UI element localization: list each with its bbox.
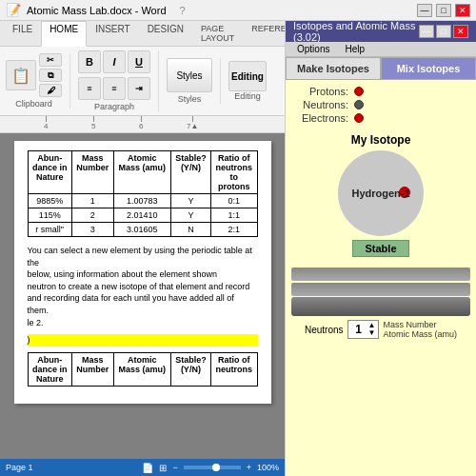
document-page: Abun-dance inNature MassNumber AtomicMas…	[14, 141, 271, 404]
table-row: r small" 3 3.01605 N 2:1	[28, 223, 257, 237]
neutrons-input-label: Neutrons	[305, 325, 344, 335]
mass-info: Mass Number Atomic Mass (amu)	[383, 320, 457, 339]
doc-highlight: )	[28, 334, 258, 347]
col-atomic-mass: AtomicMass (amu)	[113, 151, 170, 194]
paragraph-label: Paragraph	[94, 102, 134, 111]
tab-references[interactable]: REFERENCES	[243, 21, 286, 46]
clipboard-label: Clipboard	[15, 99, 52, 109]
page-info: Page 1	[6, 463, 33, 472]
neutron-count: 1	[351, 323, 367, 336]
styles-group-label: Styles	[178, 94, 202, 104]
col2-stable: Stable?(Y/N)	[170, 352, 210, 386]
atomic-mass-label: Atomic Mass (amu)	[383, 329, 457, 339]
bold-button[interactable]: B	[78, 50, 101, 73]
isotopes-title: Isotopes and Atomic Mass (3.02)	[293, 21, 419, 43]
italic-button[interactable]: I	[103, 50, 126, 73]
col2-mass-number: MassNumber	[71, 352, 113, 386]
electrons-row: Electrons:	[291, 112, 470, 124]
ribbon-content: 📋 ✂ ⧉ 🖌 Clipboard B I U	[0, 47, 285, 115]
neutron-input-row: Neutrons 1 ▲ ▼ Mass Number Atomic Mass (…	[305, 320, 457, 339]
zoom-percent: 100%	[257, 463, 279, 472]
neutrons-shelf	[291, 267, 470, 316]
protons-label: Protons:	[291, 86, 348, 97]
isotopes-minimize[interactable]: —	[419, 25, 434, 38]
col-abundance: Abun-dance inNature	[28, 151, 71, 194]
ribbon-tabs: FILE HOME INSERT DESIGN PAGE LAYOUT REFE…	[0, 21, 285, 47]
help-icon[interactable]: ?	[180, 5, 186, 16]
ribbon-group-font: B I U ≡ ≡ ⇥ Paragraph	[78, 50, 159, 111]
app-icon: 📝	[6, 3, 21, 17]
tab-page-layout[interactable]: PAGE LAYOUT	[192, 21, 243, 46]
isotopes-content: Protons: Neutrons: Electrons: My Isotope…	[286, 80, 476, 476]
shelf-1	[291, 268, 470, 281]
col-ratio: Ratio ofneutronstoprotons	[210, 151, 257, 194]
indent-button[interactable]: ⇥	[128, 77, 150, 100]
cut-button[interactable]: ✂	[39, 53, 62, 67]
neutron-decrement[interactable]: ▼	[368, 329, 376, 337]
align-left-button[interactable]: ≡	[78, 77, 101, 100]
menu-help[interactable]: Help	[337, 43, 372, 55]
isotopes-tabs: Make Isotopes Mix Isotopes	[286, 57, 476, 80]
shelf-base	[291, 297, 470, 316]
ribbon-group-editing: Editing Editing	[228, 61, 267, 101]
word-status-bar: Page 1 📄 ⊞ − + 100%	[0, 459, 285, 476]
isotopes-titlebar: Isotopes and Atomic Mass (3.02) — □ ✕	[286, 21, 476, 42]
isotopes-menu: Options Help	[286, 42, 476, 57]
layout-icon[interactable]: ⊞	[159, 463, 167, 473]
ribbon-group-clipboard: 📋 ✂ ⧉ 🖌 Clipboard	[6, 53, 70, 109]
atom-element-name: Hydrogen-1	[351, 188, 409, 199]
my-isotope-section: My Isotope Hydrogen-1 Stable Neutrons	[291, 133, 470, 470]
neutron-dot	[354, 100, 364, 109]
tab-insert[interactable]: INSERT	[87, 21, 139, 46]
tab-design[interactable]: DESIGN	[139, 21, 192, 46]
isotopes-table-2: Abun-dance inNature MassNumber AtomicMas…	[28, 352, 258, 387]
tab-home[interactable]: HOME	[41, 21, 87, 47]
ruler: 4 5 6 7▲	[0, 116, 285, 133]
electron-dot	[354, 113, 364, 123]
tab-make-isotopes[interactable]: Make Isotopes	[286, 57, 381, 80]
table-row: 9885% 1 1.00783 Y 0:1	[28, 194, 257, 208]
tab-file[interactable]: FILE	[4, 21, 41, 46]
styles-label: Styles	[176, 70, 202, 81]
underline-button[interactable]: U	[128, 50, 150, 73]
editing-button[interactable]: Editing	[228, 61, 267, 91]
isotopes-panel: Isotopes and Atomic Mass (3.02) — □ ✕ Op…	[286, 21, 476, 476]
neutrons-label: Neutrons:	[291, 99, 348, 110]
window-title: Atomic Mass Lab.docx - Word	[27, 5, 167, 16]
neutrons-row: Neutrons:	[291, 99, 470, 110]
paste-button[interactable]: 📋	[6, 60, 36, 90]
word-panel: FILE HOME INSERT DESIGN PAGE LAYOUT REFE…	[0, 21, 286, 476]
col2-atomic-mass: AtomicMass (amu)	[113, 352, 170, 386]
proton-dot	[354, 87, 364, 96]
editing-label: Editing	[234, 91, 261, 101]
protons-row: Protons:	[291, 86, 470, 97]
format-painter-button[interactable]: 🖌	[39, 84, 62, 97]
zoom-slider[interactable]	[184, 466, 241, 469]
zoom-out-icon[interactable]: −	[172, 463, 177, 472]
tab-mix-isotopes[interactable]: Mix Isotopes	[381, 57, 476, 80]
atom-visual: Hydrogen-1	[338, 150, 424, 236]
minimize-button[interactable]: —	[417, 4, 432, 17]
ribbon-group-styles: Styles Styles	[167, 58, 221, 104]
zoom-in-icon[interactable]: +	[247, 463, 251, 472]
col-stable: Stable?(Y/N)	[170, 151, 210, 194]
copy-button[interactable]: ⧉	[39, 69, 62, 82]
col-mass-number: MassNumber	[71, 151, 113, 194]
neutron-spinner[interactable]: 1 ▲ ▼	[347, 320, 380, 339]
maximize-button[interactable]: □	[436, 4, 451, 17]
view-icon[interactable]: 📄	[142, 463, 153, 473]
close-button[interactable]: ✕	[455, 4, 470, 17]
align-center-button[interactable]: ≡	[103, 77, 126, 100]
isotopes-close[interactable]: ✕	[453, 25, 468, 38]
menu-options[interactable]: Options	[289, 43, 337, 55]
electrons-label: Electrons:	[291, 112, 348, 124]
title-bar: 📝 Atomic Mass Lab.docx - Word ? — □ ✕	[0, 0, 476, 21]
styles-button[interactable]: Styles	[167, 58, 212, 92]
col2-ratio: Ratio ofneutrons	[210, 352, 257, 386]
mass-number-label: Mass Number	[383, 320, 457, 329]
doc-paragraph: You can select a new element by using th…	[28, 245, 258, 328]
shelf-2	[291, 283, 470, 296]
doc-area[interactable]: Abun-dance inNature MassNumber AtomicMas…	[0, 133, 285, 459]
isotopes-maximize[interactable]: □	[436, 25, 451, 38]
col2-abundance: Abun-dance inNature	[28, 352, 71, 386]
